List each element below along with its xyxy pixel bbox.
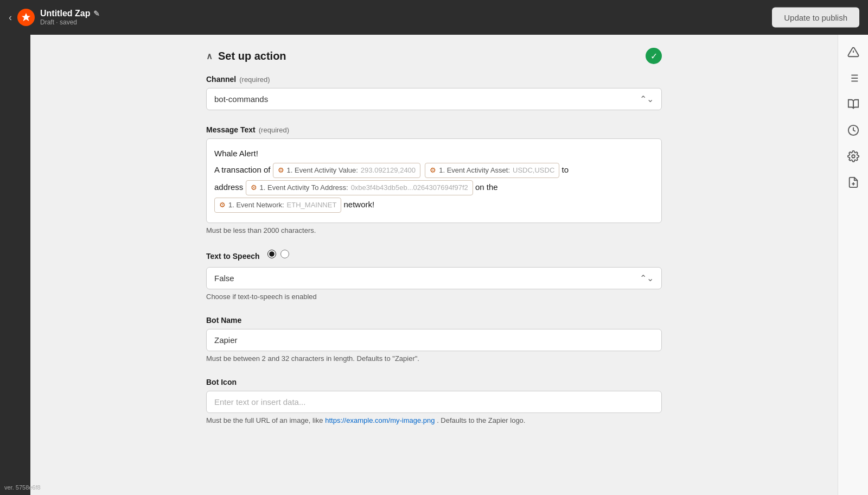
channel-chevron-icon: ⌃⌄ bbox=[640, 94, 654, 104]
svg-point-9 bbox=[852, 155, 855, 158]
bot-icon-hint: Must be the full URL of an image, like h… bbox=[206, 416, 662, 424]
token-activity-value[interactable]: ⚙ 1. Event Activity Value: 293.092129,24… bbox=[273, 163, 421, 178]
token-icon-2: ⚙ bbox=[430, 164, 436, 176]
topbar-left: ‹ Untitled Zap ✎ Draft · saved bbox=[9, 9, 100, 26]
version-label: ver. 5758e6f8 bbox=[4, 484, 41, 491]
message-line1-text: Whale Alert! bbox=[214, 149, 258, 158]
main-layout: ∧ Set up action ✓ Channel (required) bot… bbox=[0, 35, 868, 495]
channel-label: Channel (required) bbox=[206, 75, 662, 84]
channel-field-group: Channel (required) bot-commands ⌃⌄ bbox=[206, 75, 662, 110]
right-sidebar bbox=[838, 35, 868, 495]
bot-icon-hint-suffix: . Defaults to the Zapier logo. bbox=[437, 416, 525, 424]
left-sidebar bbox=[0, 35, 30, 495]
message-text-label-text: Message Text bbox=[206, 125, 256, 134]
token-activity-asset[interactable]: ⚙ 1. Event Activity Asset: USDC,USDC bbox=[425, 163, 559, 178]
channel-label-text: Channel bbox=[206, 75, 236, 84]
bot-icon-field-group: Bot Icon Must be the full URL of an imag… bbox=[206, 378, 662, 424]
bot-name-input[interactable] bbox=[206, 329, 662, 351]
section-header: ∧ Set up action ✓ bbox=[206, 35, 662, 75]
channel-value: bot-commands bbox=[214, 94, 268, 104]
bot-icon-hint-link[interactable]: https://example.com/my-image.png bbox=[325, 416, 435, 424]
token-icon-1: ⚙ bbox=[278, 164, 284, 176]
bot-icon-label-text: Bot Icon bbox=[206, 378, 237, 386]
zap-file-icon-button[interactable] bbox=[843, 172, 864, 193]
zap-draft-status: Draft · saved bbox=[40, 18, 100, 26]
message-line4-suffix: network! bbox=[344, 200, 375, 209]
bot-icon-hint-prefix: Must be the full URL of an image, like bbox=[206, 416, 323, 424]
bot-name-field-group: Bot Name Must be between 2 and 32 charac… bbox=[206, 316, 662, 363]
topbar: ‹ Untitled Zap ✎ Draft · saved Update to… bbox=[0, 0, 868, 35]
collapse-icon[interactable]: ∧ bbox=[206, 51, 213, 61]
token-icon-4: ⚙ bbox=[219, 199, 226, 211]
edit-zap-name-icon[interactable]: ✎ bbox=[93, 9, 100, 18]
tts-radio-on[interactable] bbox=[267, 250, 276, 258]
message-line-4: ⚙ 1. Event Network: ETH_MAINNET network! bbox=[214, 198, 654, 213]
tts-chevron-icon: ⌃⌄ bbox=[640, 273, 654, 283]
message-text-label: Message Text (required) bbox=[206, 125, 662, 134]
list-icon-button[interactable] bbox=[843, 67, 864, 89]
token4-label: 1. Event Network: bbox=[228, 199, 284, 211]
message-line3-suffix: on the bbox=[475, 182, 498, 192]
text-to-speech-label: Text to Speech bbox=[206, 250, 662, 263]
section-complete-indicator: ✓ bbox=[646, 48, 662, 64]
message-text-input[interactable]: Whale Alert! A transaction of ⚙ 1. Event… bbox=[206, 138, 662, 223]
text-to-speech-field-group: Text to Speech False ⌃⌄ Choose if text-t… bbox=[206, 250, 662, 301]
zap-name-text: Untitled Zap bbox=[40, 9, 90, 18]
zap-title-block: Untitled Zap ✎ Draft · saved bbox=[40, 9, 100, 26]
message-text-hint: Must be less than 2000 characters. bbox=[206, 226, 662, 234]
token2-label: 1. Event Activity Asset: bbox=[439, 164, 510, 176]
message-line-1: Whale Alert! bbox=[214, 147, 654, 161]
token3-value: 0xbe3f4b43db5eb...0264307694f97f2 bbox=[351, 182, 468, 194]
token2-value: USDC,USDC bbox=[513, 164, 554, 176]
message-text-field-group: Message Text (required) Whale Alert! A t… bbox=[206, 125, 662, 234]
bot-name-label: Bot Name bbox=[206, 316, 662, 325]
section-title: ∧ Set up action bbox=[206, 50, 286, 62]
tts-hint: Choose if text-to-speech is enabled bbox=[206, 293, 662, 301]
tts-radio-off[interactable] bbox=[280, 250, 289, 258]
section-title-text: Set up action bbox=[218, 50, 286, 62]
token4-value: ETH_MAINNET bbox=[287, 199, 337, 211]
tts-value: False bbox=[214, 274, 234, 283]
message-text-required: (required) bbox=[259, 126, 289, 134]
message-line-3: address ⚙ 1. Event Activity To Address: … bbox=[214, 180, 654, 195]
text-to-speech-label-text: Text to Speech bbox=[206, 252, 260, 261]
gear-icon-button[interactable] bbox=[843, 145, 864, 167]
text-to-speech-select[interactable]: False ⌃⌄ bbox=[206, 267, 662, 289]
token1-value: 293.092129,2400 bbox=[361, 164, 416, 176]
token-icon-3: ⚙ bbox=[251, 182, 257, 194]
bot-icon-input[interactable] bbox=[206, 391, 662, 413]
message-line3-prefix: address bbox=[214, 182, 246, 192]
back-button[interactable]: ‹ bbox=[9, 12, 12, 23]
update-to-publish-button[interactable]: Update to publish bbox=[772, 8, 859, 28]
message-line2-prefix: A transaction of bbox=[214, 165, 273, 174]
center-content: ∧ Set up action ✓ Channel (required) bot… bbox=[30, 35, 838, 495]
zapier-logo bbox=[17, 9, 35, 26]
bot-icon-label: Bot Icon bbox=[206, 378, 662, 386]
zap-name: Untitled Zap ✎ bbox=[40, 9, 100, 18]
bot-name-label-text: Bot Name bbox=[206, 316, 241, 325]
message-line-2: A transaction of ⚙ 1. Event Activity Val… bbox=[214, 163, 654, 178]
form-container: ∧ Set up action ✓ Channel (required) bot… bbox=[190, 35, 678, 495]
token-network[interactable]: ⚙ 1. Event Network: ETH_MAINNET bbox=[214, 198, 341, 213]
bot-name-hint: Must be between 2 and 32 characters in l… bbox=[206, 354, 662, 363]
channel-select[interactable]: bot-commands ⌃⌄ bbox=[206, 88, 662, 110]
text-to-speech-radio-group bbox=[267, 250, 289, 258]
clock-icon-button[interactable] bbox=[843, 119, 864, 141]
channel-required: (required) bbox=[239, 75, 270, 84]
warning-icon-button[interactable] bbox=[843, 41, 864, 63]
token-activity-address[interactable]: ⚙ 1. Event Activity To Address: 0xbe3f4b… bbox=[246, 180, 473, 195]
book-icon-button[interactable] bbox=[843, 93, 864, 115]
message-line2-suffix: to bbox=[562, 165, 569, 174]
token1-label: 1. Event Activity Value: bbox=[287, 164, 358, 176]
token3-label: 1. Event Activity To Address: bbox=[260, 182, 348, 194]
